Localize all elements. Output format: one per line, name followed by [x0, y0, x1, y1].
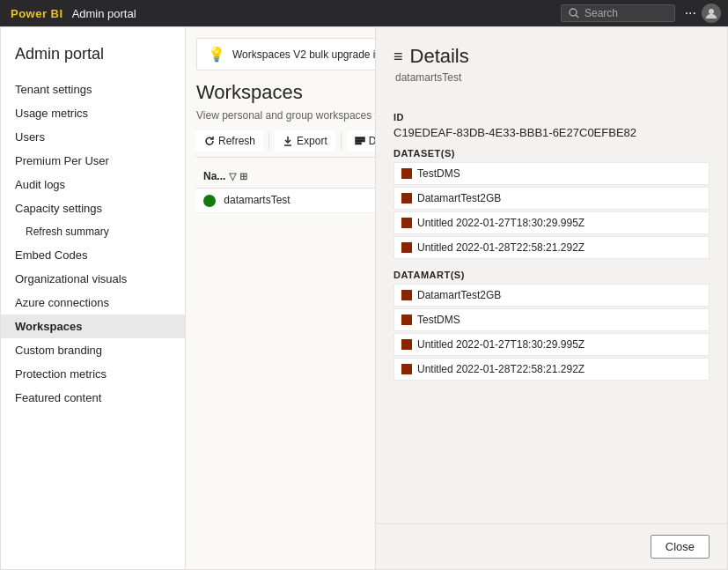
sidebar-page-title: Admin portal — [1, 45, 185, 78]
avatar[interactable] — [702, 4, 721, 23]
top-nav: Power BI Admin portal ··· — [0, 0, 728, 26]
dataset-icon — [401, 218, 412, 228]
content-area: 💡 Workspaces V2 bulk upgrade is now ava.… — [186, 27, 727, 569]
more-options-icon[interactable]: ··· — [685, 5, 696, 21]
datamarts-list: DatamartTest2GBTestDMSUntitled 2022-01-2… — [393, 284, 710, 381]
dataset-name: DatamartTest2GB — [417, 192, 501, 204]
dataset-item: Untitled 2022-01-27T18:30:29.995Z — [393, 211, 710, 234]
datamart-item: Untitled 2022-01-27T18:30:29.995Z — [393, 333, 710, 356]
sidebar-item-usage-metrics[interactable]: Usage metrics — [1, 101, 185, 125]
toolbar-divider-2 — [341, 132, 342, 150]
datamart-name: DatamartTest2GB — [417, 289, 501, 301]
datamart-icon — [401, 290, 412, 300]
main-wrapper: Admin portal Tenant settingsUsage metric… — [0, 26, 728, 570]
dataset-name: Untitled 2022-01-28T22:58:21.292Z — [417, 241, 585, 254]
search-input[interactable] — [585, 7, 664, 19]
sidebar-item-embed-codes[interactable]: Embed Codes — [1, 243, 185, 267]
sidebar-item-featured-content[interactable]: Featured content — [1, 386, 185, 410]
datamart-item: TestDMS — [393, 308, 710, 331]
id-label: ID — [393, 112, 710, 122]
details-title: Details — [410, 45, 469, 68]
sidebar-item-refresh-summary[interactable]: Refresh summary — [1, 220, 185, 243]
sidebar-item-azure-connections[interactable]: Azure connections — [1, 291, 185, 315]
sidebar-item-users[interactable]: Users — [1, 125, 185, 149]
datamart-icon — [401, 364, 412, 374]
app-title: Admin portal — [72, 7, 136, 20]
svg-line-1 — [576, 15, 578, 18]
svg-point-0 — [570, 9, 577, 16]
sidebar-item-tenant-settings[interactable]: Tenant settings — [1, 78, 185, 101]
datamart-icon — [401, 339, 412, 350]
dataset-icon — [401, 168, 412, 179]
search-box[interactable] — [561, 4, 675, 22]
dataset-item: TestDMS — [393, 162, 710, 185]
svg-rect-5 — [356, 137, 364, 139]
datasets-label: DATASET(S) — [393, 148, 710, 159]
filter-icon-2[interactable]: ⊞ — [239, 171, 247, 182]
datamart-item: DatamartTest2GB — [393, 284, 710, 307]
dataset-icon — [401, 193, 412, 204]
status-indicator — [203, 195, 216, 207]
datamart-name: Untitled 2022-01-28T22:58:21.292Z — [417, 363, 585, 375]
close-button[interactable]: Close — [651, 535, 710, 559]
details-footer: Close — [376, 523, 727, 569]
details-panel: ≡ Details datamartsTest ID C19EDEAF-83DB… — [375, 27, 727, 569]
details-subtitle: datamartsTest — [395, 71, 710, 84]
datasets-list: TestDMSDatamartTest2GBUntitled 2022-01-2… — [393, 162, 710, 259]
dataset-name: Untitled 2022-01-27T18:30:29.995Z — [417, 217, 585, 229]
sidebar-item-capacity-settings[interactable]: Capacity settings — [1, 196, 185, 220]
details-list-icon: ≡ — [393, 48, 403, 66]
sidebar-item-custom-branding[interactable]: Custom branding — [1, 338, 185, 362]
workspace-name: datamartsTest — [224, 194, 290, 206]
name-filter-icon[interactable]: ▽ — [229, 171, 236, 182]
details-title-row: ≡ Details — [393, 45, 710, 68]
refresh-button[interactable]: Refresh — [196, 130, 263, 152]
datamart-name: TestDMS — [417, 314, 460, 326]
sidebar-item-workspaces[interactable]: Workspaces — [1, 315, 185, 338]
dataset-item: DatamartTest2GB — [393, 187, 710, 210]
datamart-name: Untitled 2022-01-27T18:30:29.995Z — [417, 338, 585, 351]
sidebar-item-protection-metrics[interactable]: Protection metrics — [1, 362, 185, 386]
svg-point-2 — [709, 9, 714, 14]
datamart-item: Untitled 2022-01-28T22:58:21.292Z — [393, 358, 710, 381]
dataset-icon — [401, 242, 412, 253]
svg-rect-7 — [356, 143, 361, 144]
svg-rect-6 — [356, 140, 364, 142]
details-header: ≡ Details datamartsTest — [376, 27, 727, 93]
search-icon — [569, 8, 579, 19]
datamart-icon — [401, 315, 412, 325]
export-icon — [283, 136, 293, 146]
refresh-icon — [204, 136, 215, 146]
sidebar-item-premium-per-user[interactable]: Premium Per User — [1, 149, 185, 173]
sidebar-item-audit-logs[interactable]: Audit logs — [1, 173, 185, 196]
sidebar: Admin portal Tenant settingsUsage metric… — [1, 27, 186, 569]
details-icon — [355, 136, 365, 146]
brand-logo: Power BI — [11, 7, 63, 20]
dataset-item: Untitled 2022-01-28T22:58:21.292Z — [393, 236, 710, 259]
export-button[interactable]: Export — [275, 130, 335, 152]
sidebar-item-org-visuals[interactable]: Organizational visuals — [1, 267, 185, 291]
dataset-name: TestDMS — [417, 167, 460, 180]
details-body: ID C19EDEAF-83DB-4E33-BBB1-6E27C0EFBE82 … — [376, 93, 727, 523]
datamarts-label: DATAMART(S) — [393, 270, 710, 280]
notification-icon: 💡 — [208, 46, 225, 63]
toolbar-divider — [268, 132, 269, 150]
details-id-value: C19EDEAF-83DB-4E33-BBB1-6E27C0EFBE82 — [393, 126, 710, 139]
